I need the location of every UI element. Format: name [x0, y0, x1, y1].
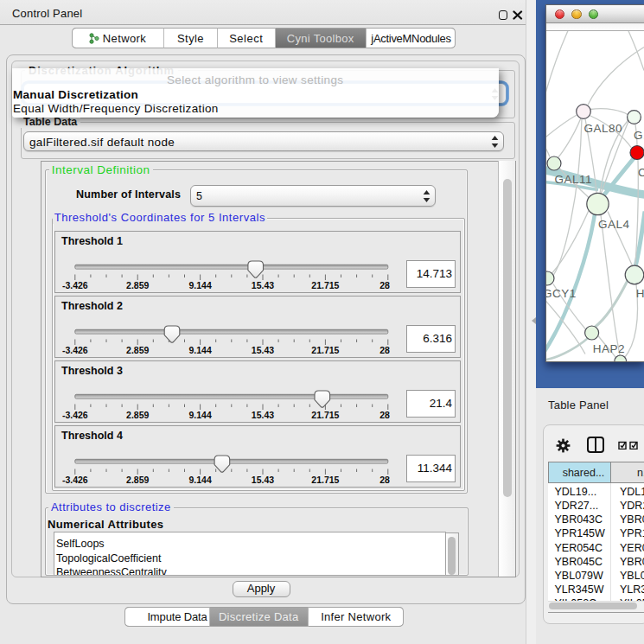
svg-text:GAL11: GAL11 [555, 173, 593, 186]
svg-text:G.: G. [634, 129, 644, 142]
svg-text:GCY1: GCY1 [546, 287, 577, 300]
svg-text:HAP2: HAP2 [593, 342, 625, 355]
svg-text:C.: C. [638, 166, 644, 179]
svg-text:GAL4: GAL4 [598, 218, 630, 231]
svg-text:H: H [636, 287, 644, 300]
svg-text:GAL80: GAL80 [584, 122, 623, 135]
